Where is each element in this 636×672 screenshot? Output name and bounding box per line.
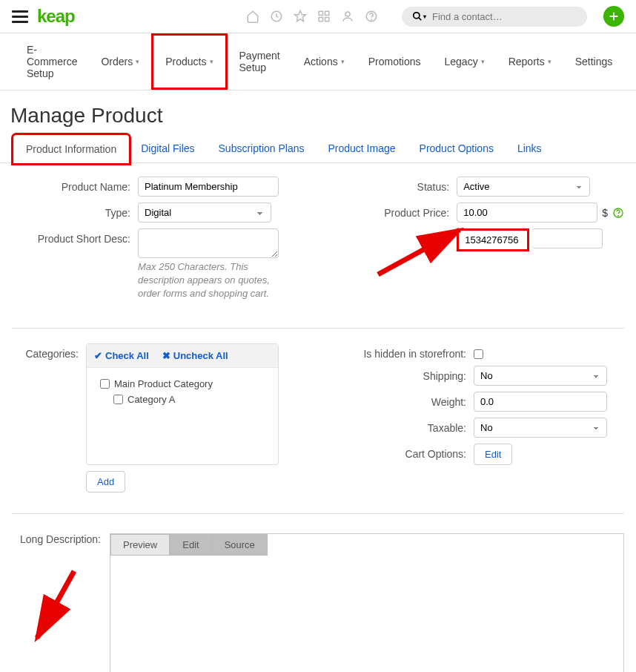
check-all-button[interactable]: ✔ Check All [94,350,149,361]
sku-label: SKU: [331,228,449,245]
price-currency: $ [602,207,608,219]
shipping-label: Shipping: [333,366,466,382]
weight-label: Weight: [333,392,466,408]
nav-reports[interactable]: Reports▾ [497,33,563,90]
add-button[interactable] [603,6,624,27]
editor-tab-source[interactable]: Source [212,534,268,556]
status-select[interactable]: Active [457,177,590,197]
type-select[interactable]: Digital [138,202,271,223]
cart-options-edit-button[interactable]: Edit [474,444,512,465]
svg-point-7 [371,19,372,20]
taxable-select[interactable]: No [474,418,607,438]
category-a-checkbox[interactable] [113,395,123,404]
svg-point-10 [618,215,619,216]
svg-rect-4 [325,18,329,22]
nav-payment-setup[interactable]: Payment Setup [228,33,292,90]
product-name-input[interactable] [138,177,279,197]
cart-options-label: Cart Options: [333,444,466,460]
shipping-select[interactable]: No [474,366,607,386]
short-desc-hint: Max 250 Characters. This description app… [138,260,294,301]
tab-subscription-plans[interactable]: Subscription Plans [207,135,317,162]
apps-icon[interactable] [317,10,331,23]
add-category-button[interactable]: Add [86,471,125,493]
search-box[interactable]: ▾ [402,7,587,27]
hidden-label: Is hidden in storefront: [333,343,466,360]
close-icon: ✖ [162,350,170,361]
status-label: Status: [331,177,449,193]
category-a[interactable]: Category A [113,394,265,405]
short-desc-input[interactable] [138,228,279,258]
nav-bar: E-Commerce Setup Orders▾ Products▾ Payme… [0,33,636,90]
chevron-down-icon: ▾ [341,58,345,65]
long-desc-label: Long Description: [12,533,101,672]
product-name-label: Product Name: [12,177,130,193]
chevron-down-icon: ▾ [548,58,551,65]
hamburger-menu[interactable] [12,10,28,23]
tab-product-information[interactable]: Product Information [13,135,129,163]
search-icon: ▾ [412,11,426,22]
weight-input[interactable] [474,392,607,412]
home-icon[interactable] [246,10,259,23]
editor-body[interactable] [110,556,623,672]
nav-legacy[interactable]: Legacy▾ [433,33,497,90]
tab-digital-files[interactable]: Digital Files [129,135,206,162]
chevron-down-icon: ▾ [210,58,213,65]
nav-settings[interactable]: Settings [563,33,625,90]
nav-orders[interactable]: Orders▾ [89,33,151,90]
editor-tab-preview[interactable]: Preview [110,534,170,556]
tab-product-image[interactable]: Product Image [316,135,407,162]
nav-promotions[interactable]: Promotions [357,33,433,90]
type-label: Type: [12,202,130,219]
svg-rect-2 [325,11,329,15]
svg-point-8 [414,13,420,19]
nav-products[interactable]: Products▾ [151,33,227,90]
nav-ecommerce-setup[interactable]: E-Commerce Setup [15,33,89,90]
price-input[interactable] [457,202,597,223]
logo: keap [37,6,75,27]
categories-label: Categories: [12,343,79,360]
category-main-checkbox[interactable] [100,379,110,389]
svg-point-5 [345,12,350,16]
uncheck-all-button[interactable]: ✖ Uncheck All [162,350,228,361]
tab-links[interactable]: Links [506,135,554,162]
page-title: Manage Product [0,90,636,135]
svg-rect-1 [319,11,322,15]
search-input[interactable] [432,11,577,22]
clock-icon[interactable] [270,10,283,23]
help-tooltip-icon[interactable] [612,207,624,219]
short-desc-label: Product Short Desc: [12,228,130,245]
star-icon[interactable] [294,10,307,23]
taxable-label: Taxable: [333,418,466,434]
chevron-down-icon: ▾ [481,58,485,65]
sku-input[interactable] [459,231,526,249]
sku-input-extra[interactable] [532,228,603,248]
svg-rect-3 [319,18,322,22]
category-main[interactable]: Main Product Category [100,378,265,389]
price-label: Product Price: [331,202,449,219]
tabs: Product Information Digital Files Subscr… [0,135,636,163]
user-icon[interactable] [341,10,354,23]
check-icon: ✔ [94,350,102,361]
nav-actions[interactable]: Actions▾ [292,33,357,90]
help-icon[interactable] [365,10,378,23]
tab-product-options[interactable]: Product Options [408,135,506,162]
long-desc-editor: Preview Edit Source [110,533,624,672]
hidden-checkbox[interactable] [474,349,483,359]
chevron-down-icon: ▾ [136,58,139,65]
editor-tab-edit[interactable]: Edit [170,534,211,556]
